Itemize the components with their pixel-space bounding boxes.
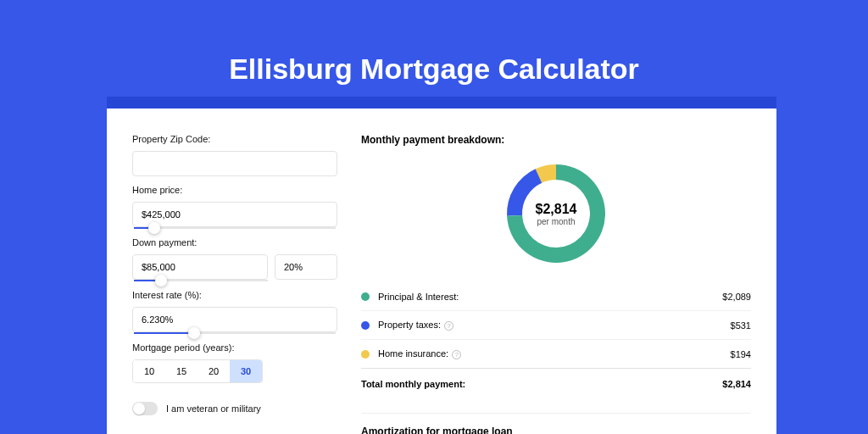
breakdown-item-label: Principal & Interest: bbox=[378, 292, 722, 302]
page-title: Ellisburg Mortgage Calculator bbox=[0, 0, 868, 86]
period-option-15[interactable]: 15 bbox=[165, 360, 198, 382]
breakdown-item-amount: $531 bbox=[731, 320, 751, 331]
rate-label: Interest rate (%): bbox=[132, 290, 337, 300]
period-option-10[interactable]: 10 bbox=[133, 360, 165, 382]
donut-sub: per month bbox=[537, 217, 575, 226]
veteran-toggle[interactable] bbox=[132, 402, 158, 415]
amortization-title: Amortization for mortgage loan bbox=[361, 426, 751, 434]
rate-slider[interactable] bbox=[134, 332, 336, 334]
down-amount-input[interactable] bbox=[132, 254, 268, 280]
down-label: Down payment: bbox=[132, 237, 337, 248]
price-input[interactable] bbox=[132, 202, 337, 227]
header-strip bbox=[107, 97, 776, 108]
breakdown-row: Home insurance:?$194 bbox=[361, 339, 751, 368]
veteran-label: I am veteran or military bbox=[166, 403, 261, 414]
legend-dot-icon bbox=[361, 321, 370, 330]
down-percent-input[interactable] bbox=[275, 254, 337, 280]
breakdown-item-amount: $2,089 bbox=[722, 292, 751, 302]
price-slider[interactable] bbox=[134, 227, 336, 229]
breakdown-item-label: Property taxes:? bbox=[378, 320, 731, 331]
breakdown-panel: Monthly payment breakdown: $2,814 per mo… bbox=[361, 134, 751, 434]
period-option-30[interactable]: 30 bbox=[230, 360, 262, 382]
breakdown-donut: $2,814 per month bbox=[504, 161, 609, 266]
inputs-panel: Property Zip Code: Home price: Down paym… bbox=[132, 134, 337, 434]
price-label: Home price: bbox=[132, 185, 337, 195]
breakdown-item-amount: $194 bbox=[731, 349, 751, 359]
breakdown-row: Principal & Interest:$2,089 bbox=[361, 283, 751, 310]
down-slider[interactable] bbox=[134, 280, 268, 281]
period-buttons: 10152030 bbox=[132, 359, 263, 383]
zip-input[interactable] bbox=[132, 151, 337, 176]
period-option-20[interactable]: 20 bbox=[198, 360, 230, 382]
total-value: $2,814 bbox=[722, 379, 751, 389]
breakdown-title: Monthly payment breakdown: bbox=[361, 134, 751, 146]
legend-dot-icon bbox=[361, 292, 370, 301]
zip-label: Property Zip Code: bbox=[132, 134, 337, 144]
period-label: Mortgage period (years): bbox=[132, 342, 337, 353]
calculator-card: Property Zip Code: Home price: Down paym… bbox=[107, 108, 776, 434]
info-icon[interactable]: ? bbox=[444, 321, 453, 331]
donut-amount: $2,814 bbox=[536, 202, 577, 217]
info-icon[interactable]: ? bbox=[452, 350, 461, 359]
rate-input[interactable] bbox=[132, 307, 337, 332]
breakdown-item-label: Home insurance:? bbox=[378, 348, 731, 359]
total-label: Total monthly payment: bbox=[361, 379, 722, 389]
breakdown-row: Property taxes:?$531 bbox=[361, 310, 751, 339]
legend-dot-icon bbox=[361, 350, 370, 359]
